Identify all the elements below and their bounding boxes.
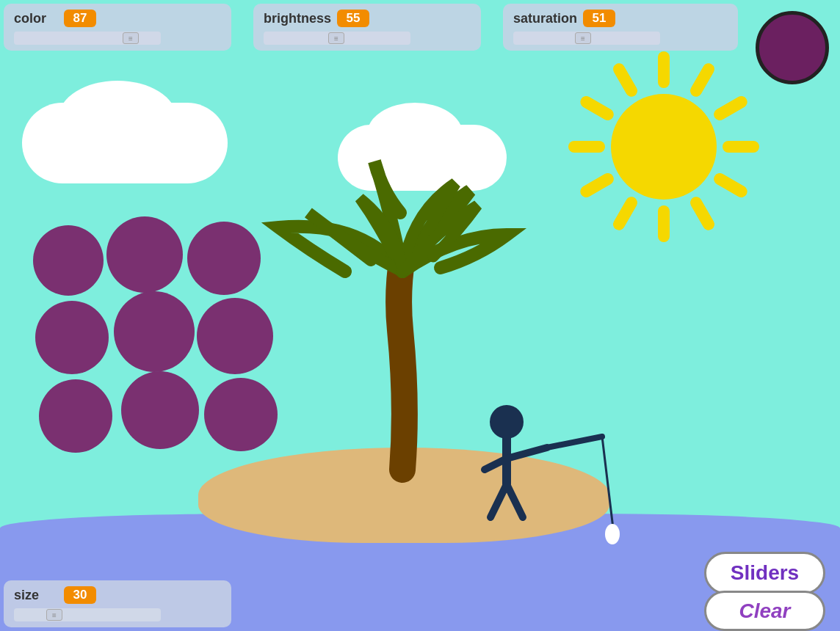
svg-rect-0	[723, 141, 759, 153]
size-slider-label: size	[14, 588, 58, 603]
svg-line-28	[547, 437, 602, 448]
svg-point-20	[121, 371, 199, 449]
svg-rect-7	[578, 94, 615, 123]
svg-point-15	[187, 222, 261, 295]
canvas-area[interactable]: color 87 brightness 55 saturation 51 siz…	[0, 0, 840, 631]
brightness-slider-thumb[interactable]	[328, 32, 344, 44]
cloud-right	[338, 103, 507, 191]
saturation-slider-thumb[interactable]	[575, 32, 591, 44]
saturation-slider-track[interactable]	[513, 32, 660, 45]
island	[198, 448, 609, 543]
svg-rect-8	[611, 61, 640, 98]
brightness-slider-value: 55	[337, 10, 369, 27]
svg-rect-4	[611, 194, 640, 232]
color-slider-panel: color 87	[4, 4, 231, 51]
color-slider-value: 87	[64, 10, 96, 27]
sun	[561, 44, 767, 249]
svg-rect-10	[688, 61, 717, 98]
saturation-slider-panel: saturation 51	[503, 4, 738, 51]
svg-rect-9	[658, 51, 670, 88]
color-preview	[756, 11, 829, 84]
svg-point-14	[106, 216, 183, 293]
svg-point-21	[204, 378, 278, 451]
svg-rect-11	[712, 94, 749, 123]
size-slider-panel: size 30	[4, 580, 231, 627]
brightness-slider-panel: brightness 55	[253, 4, 481, 51]
color-slider-track[interactable]	[14, 32, 161, 45]
svg-point-19	[39, 379, 112, 453]
color-slider-thumb[interactable]	[123, 32, 139, 44]
svg-point-16	[35, 301, 109, 374]
sliders-button-label: Sliders	[731, 561, 799, 585]
sliders-button[interactable]: Sliders	[704, 552, 825, 594]
color-slider-label: color	[14, 11, 58, 26]
brightness-slider-label: brightness	[264, 11, 331, 26]
brightness-slider-track[interactable]	[264, 32, 410, 45]
svg-rect-5	[578, 171, 615, 200]
saturation-slider-value: 51	[583, 10, 615, 27]
svg-rect-3	[658, 205, 670, 242]
size-slider-value: 30	[64, 586, 96, 604]
clear-button-label: Clear	[739, 599, 790, 623]
svg-rect-1	[712, 171, 749, 200]
size-slider-track[interactable]	[14, 608, 161, 621]
saturation-slider-label: saturation	[513, 11, 577, 26]
svg-point-22	[490, 406, 523, 438]
svg-rect-2	[688, 194, 717, 232]
svg-rect-6	[568, 141, 605, 153]
svg-point-17	[114, 291, 195, 372]
clear-button[interactable]: Clear	[704, 591, 825, 631]
cloud-left	[22, 81, 228, 183]
svg-point-12	[611, 94, 717, 200]
svg-point-18	[197, 298, 273, 374]
svg-point-13	[33, 225, 104, 296]
size-slider-thumb[interactable]	[46, 609, 62, 621]
